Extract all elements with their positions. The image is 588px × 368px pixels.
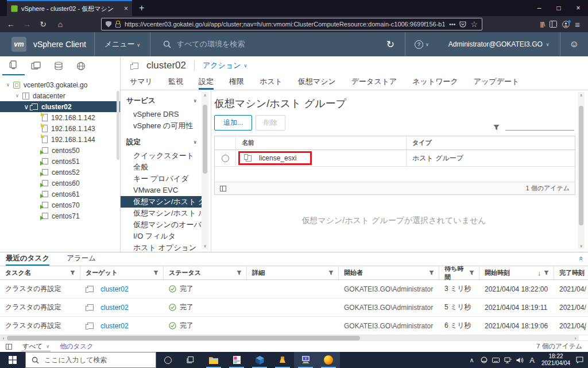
grid-filter-input[interactable] [505, 121, 574, 131]
filter-funnel-icon[interactable] [70, 270, 75, 275]
tab-close-icon[interactable]: × [124, 5, 128, 13]
scroll-down-icon[interactable]: ∨ [578, 244, 585, 248]
name-column-header[interactable]: 名前 [235, 136, 406, 150]
volume-tray-icon[interactable] [514, 357, 526, 363]
main-scrollbar[interactable]: ∧ ∨ [578, 92, 585, 250]
tree-item-centos52[interactable]: centos52 [0, 167, 120, 178]
tree-item-centos60[interactable]: centos60 [0, 178, 120, 189]
collapse-pane-icon[interactable]: « [577, 256, 586, 260]
tracking-shield-icon[interactable] [106, 21, 111, 28]
col-start-time[interactable]: 開始時刻↓ [479, 266, 554, 279]
tree-item-host-143[interactable]: 192.168.1.143 [0, 123, 120, 134]
window-maximize-button[interactable]: □ [549, 1, 568, 16]
settings-item-quickstart[interactable]: クイックスタート [121, 150, 202, 162]
tree-item-cluster02[interactable]: ∨cluster02 [0, 101, 120, 112]
settings-item-availability[interactable]: vSphere の可用性 [121, 120, 202, 132]
tray-app-icon[interactable] [478, 356, 490, 363]
tree-item-host-144[interactable]: 192.168.1.144 [0, 134, 120, 145]
filter-funnel-icon[interactable] [237, 270, 242, 275]
filter-funnel-icon[interactable] [544, 270, 549, 275]
reload-button[interactable]: ↻ [36, 16, 51, 32]
settings-item-vm-host-groups[interactable]: 仮想マシン/ホスト グル.. [121, 196, 202, 208]
cortana-button[interactable] [156, 352, 179, 368]
col-queued[interactable]: 待ち時間 [439, 266, 479, 279]
ime-indicator[interactable]: A [526, 356, 538, 365]
url-overflow-icon[interactable]: ••• [449, 21, 456, 28]
scroll-down-icon[interactable]: ∨ [202, 244, 208, 248]
type-column-header[interactable]: タイプ [406, 136, 575, 150]
user-menu[interactable]: Administrator@GOKATEI3.GO ∨ [438, 40, 560, 48]
scroll-up-icon[interactable]: ∧ [578, 93, 585, 98]
tree-item-centos71[interactable]: centos71 [0, 210, 120, 221]
col-details[interactable]: 詳細 [247, 266, 339, 279]
storage-icon[interactable] [47, 56, 69, 75]
add-button[interactable]: 追加... [214, 115, 252, 131]
settings-group-services[interactable]: サービス∨ [121, 90, 202, 109]
chevron-down-icon[interactable]: ∨ [14, 93, 21, 98]
column-selector-icon[interactable] [220, 186, 226, 191]
column-selector-icon[interactable] [6, 344, 12, 350]
action-center-icon[interactable] [574, 356, 586, 363]
filter-funnel-icon[interactable] [328, 270, 334, 275]
settings-item-vmware-evc[interactable]: VMware EVC [121, 185, 202, 196]
url-text[interactable]: https://vcenter03.gokatei.go/ui/app/clus… [125, 21, 445, 28]
teraterm-button[interactable]: T [294, 352, 317, 368]
scroll-down-icon[interactable]: ∨ [583, 326, 586, 331]
row-radio-button[interactable] [222, 155, 229, 162]
task-row[interactable]: クラスタの再設定 cluster02 完了 GOKATEI3.GO\Admini… [0, 317, 588, 335]
group-row-license-esxi[interactable]: license_esxi ホスト グループ [215, 150, 575, 167]
chevron-down-icon[interactable]: ∨ [23, 103, 30, 111]
col-completion-time[interactable]: 完了時刻 [554, 266, 588, 279]
tab-networks[interactable]: ネットワーク [412, 75, 458, 90]
tree-item-host-142[interactable]: 192.168.1.142 [0, 112, 120, 123]
hosts-clusters-icon[interactable] [2, 56, 25, 75]
tree-item-datacenter[interactable]: ∨datacenter [0, 90, 120, 101]
settings-item-key-provider[interactable]: キー プロバイダ [121, 173, 202, 185]
tree-item-centos50[interactable]: centos50 [0, 145, 120, 156]
virtualbox-button[interactable] [248, 352, 271, 368]
task-target-link[interactable]: cluster02 [100, 322, 129, 330]
delete-button[interactable]: 削除 [256, 115, 285, 131]
tree-item-centos51[interactable]: centos51 [0, 156, 120, 167]
networking-icon[interactable] [69, 56, 92, 75]
menu-dropdown[interactable]: メニュー ∨ [95, 39, 150, 49]
task-row[interactable]: クラスタの再設定 cluster02 完了 GOKATEI3.GO\Admini… [0, 298, 588, 317]
tab-vms[interactable]: 仮想マシン [298, 75, 336, 90]
tab-updates[interactable]: アップデート [474, 75, 520, 90]
chevron-down-icon[interactable]: ∨ [5, 82, 11, 87]
url-bar[interactable]: https://vcenter03.gokatei.go/ui/app/clus… [101, 18, 482, 30]
settings-group-configuration[interactable]: 設定∨ [121, 132, 202, 150]
task-target-link[interactable]: cluster02 [100, 304, 129, 312]
tab-configure[interactable]: 設定 [199, 75, 214, 90]
new-tab-button[interactable]: + [139, 3, 144, 13]
tab-summary[interactable]: サマリ [130, 75, 153, 90]
tab-permissions[interactable]: 権限 [229, 75, 244, 90]
library-icon[interactable]: |||\ [540, 21, 545, 28]
scrollbar-thumb[interactable] [7, 336, 360, 340]
settings-item-general[interactable]: 全般 [121, 162, 202, 173]
sidebar-scrollbar[interactable] [117, 91, 119, 160]
hamburger-menu-icon[interactable]: ≡ [575, 20, 580, 29]
tab-hosts[interactable]: ホスト [260, 75, 283, 90]
settings-item-drs[interactable]: vSphere DRS [121, 109, 202, 120]
col-target[interactable]: ターゲット [80, 266, 164, 279]
refresh-icon[interactable]: ↻ [376, 39, 405, 51]
network-tray-icon[interactable] [502, 357, 514, 363]
scroll-up-icon[interactable]: ∧ [202, 93, 208, 98]
col-status[interactable]: ステータス [164, 266, 247, 279]
filter-funnel-icon[interactable] [469, 270, 474, 275]
settings-item-io-filters[interactable]: I/O フィルタ [121, 231, 202, 242]
pocket-icon[interactable] [459, 21, 466, 28]
home-button[interactable]: ⌂ [53, 16, 68, 32]
tree-item-centos61[interactable]: centos61 [0, 189, 120, 200]
yellow-app-button[interactable] [271, 352, 294, 368]
settings-item-host-options[interactable]: ホスト オプション [121, 242, 202, 252]
browser-tab[interactable]: vSphere - cluster02 - 仮想マシン × [7, 0, 132, 16]
more-tasks-link[interactable]: 他のタスク [60, 342, 94, 351]
scrollbar-thumb[interactable] [203, 105, 207, 174]
keyboard-tray-icon[interactable] [490, 358, 502, 363]
task-filter-dropdown[interactable]: すべて∨ [21, 342, 51, 351]
tab-monitor[interactable]: 監視 [168, 75, 183, 90]
filter-funnel-icon[interactable] [493, 124, 500, 131]
scrollbar-thumb[interactable] [579, 106, 583, 225]
